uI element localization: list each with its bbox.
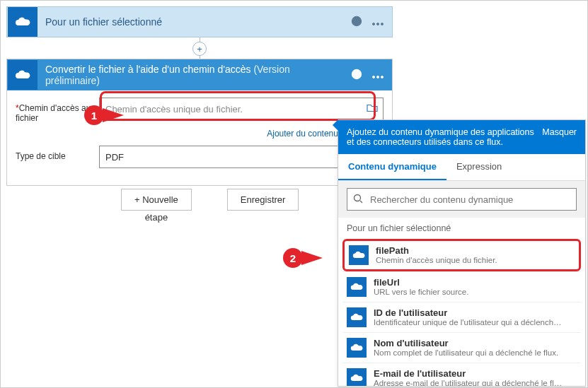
- onedrive-icon: [347, 338, 367, 358]
- svg-point-7: [373, 76, 375, 78]
- action-title: Convertir le fichier à l'aide d'un chemi…: [38, 64, 351, 86]
- onedrive-icon: [8, 7, 38, 37]
- callout-1: 1: [84, 105, 104, 125]
- trigger-card[interactable]: Pour un fichier sélectionné: [6, 6, 393, 37]
- dc-item-fileurl[interactable]: fileUrl URL vers le fichier source.: [342, 271, 581, 302]
- dynamic-content-search-input[interactable]: [369, 194, 570, 206]
- hide-panel-link[interactable]: Masquer: [542, 127, 577, 147]
- svg-point-4: [381, 23, 384, 25]
- svg-point-10: [354, 194, 361, 201]
- dynamic-content-tabs: Contenu dynamique Expression: [338, 154, 585, 181]
- svg-point-9: [381, 76, 384, 78]
- onedrive-icon: [8, 60, 38, 90]
- dynamic-content-panel: Ajoutez du contenu dynamique des applica…: [338, 119, 586, 387]
- svg-point-8: [377, 76, 379, 78]
- more-icon[interactable]: [372, 70, 384, 81]
- dynamic-content-list: filePath Chemin d'accès unique du fichie…: [338, 239, 585, 386]
- svg-point-6: [356, 76, 357, 76]
- tab-expression[interactable]: Expression: [446, 154, 512, 180]
- onedrive-icon: [347, 307, 367, 327]
- help-icon[interactable]: [351, 69, 362, 82]
- dc-item-username[interactable]: Nom d'utilisateur Nom complet de l'utili…: [342, 332, 581, 363]
- onedrive-icon: [347, 277, 367, 297]
- svg-point-3: [377, 23, 379, 25]
- search-icon: [353, 194, 363, 206]
- more-icon[interactable]: [372, 17, 384, 28]
- new-step-button[interactable]: + Nouvelle étape: [121, 189, 192, 223]
- action-header[interactable]: Convertir le fichier à l'aide d'un chemi…: [7, 59, 392, 90]
- file-path-input[interactable]: [99, 98, 384, 120]
- save-button[interactable]: Enregistrer: [227, 189, 299, 223]
- dynamic-content-section-title: Pour un fichier sélectionné: [338, 218, 585, 239]
- svg-point-2: [373, 23, 375, 25]
- dc-item-useremail[interactable]: E-mail de l'utilisateur Adresse e-mail d…: [342, 363, 581, 386]
- target-type-label: Type de cible: [16, 146, 99, 161]
- dynamic-content-search[interactable]: [347, 188, 577, 211]
- dc-item-userid[interactable]: ID de l'utilisateur Identificateur uniqu…: [342, 302, 581, 332]
- svg-line-11: [360, 201, 362, 203]
- svg-point-1: [356, 23, 357, 23]
- trigger-title: Pour un fichier sélectionné: [38, 16, 351, 28]
- onedrive-icon: [349, 245, 369, 265]
- add-dynamic-content-link[interactable]: Ajouter du contenu dynamique: [16, 129, 382, 139]
- onedrive-icon: [347, 368, 367, 386]
- add-step-button[interactable]: +: [192, 42, 207, 56]
- panel-pointer-icon: [333, 119, 338, 131]
- footer-buttons: + Nouvelle étape Enregistrer: [121, 189, 299, 223]
- folder-picker-icon[interactable]: [367, 103, 378, 115]
- dynamic-content-banner: Ajoutez du contenu dynamique des applica…: [338, 120, 585, 154]
- help-icon[interactable]: [351, 16, 362, 29]
- dc-item-filepath[interactable]: filePath Chemin d'accès unique du fichie…: [342, 239, 581, 271]
- tab-dynamic-content[interactable]: Contenu dynamique: [338, 154, 446, 180]
- callout-2: 2: [283, 248, 303, 268]
